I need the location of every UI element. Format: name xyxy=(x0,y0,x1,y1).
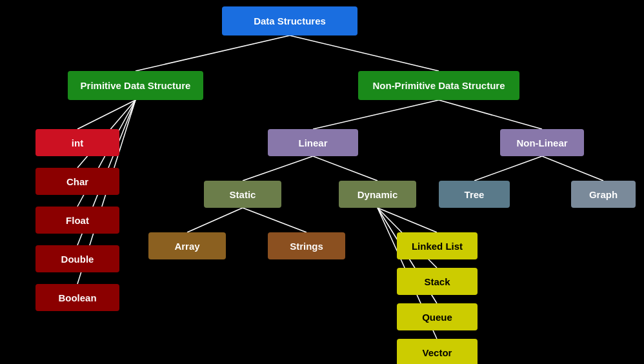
node-linkedlist: Linked List xyxy=(397,232,478,259)
node-nonprimitive: Non-Primitive Data Structure xyxy=(358,71,519,100)
svg-line-10 xyxy=(313,156,377,181)
svg-line-15 xyxy=(377,208,437,232)
node-float: Float xyxy=(35,207,119,234)
node-linear: Linear xyxy=(268,129,358,156)
node-queue: Queue xyxy=(397,303,478,330)
svg-line-12 xyxy=(542,156,603,181)
node-primitive: Primitive Data Structure xyxy=(68,71,203,100)
svg-line-14 xyxy=(243,208,307,232)
node-boolean: Boolean xyxy=(35,284,119,311)
node-nonlinear: Non-Linear xyxy=(500,129,584,156)
svg-line-2 xyxy=(77,100,136,129)
node-graph: Graph xyxy=(571,181,636,208)
node-root: Data Structures xyxy=(222,6,357,35)
svg-line-13 xyxy=(187,208,243,232)
svg-line-1 xyxy=(290,35,439,71)
svg-line-8 xyxy=(439,100,542,129)
svg-line-7 xyxy=(313,100,439,129)
node-strings: Strings xyxy=(268,232,345,259)
node-char: Char xyxy=(35,168,119,195)
node-dynamic: Dynamic xyxy=(339,181,416,208)
svg-line-9 xyxy=(243,156,313,181)
node-vector: Vector xyxy=(397,339,478,364)
node-tree: Tree xyxy=(439,181,510,208)
node-int: int xyxy=(35,129,119,156)
svg-line-11 xyxy=(474,156,542,181)
node-double: Double xyxy=(35,245,119,272)
node-static: Static xyxy=(204,181,281,208)
node-array: Array xyxy=(148,232,226,259)
svg-line-0 xyxy=(136,35,290,71)
node-stack: Stack xyxy=(397,268,478,295)
